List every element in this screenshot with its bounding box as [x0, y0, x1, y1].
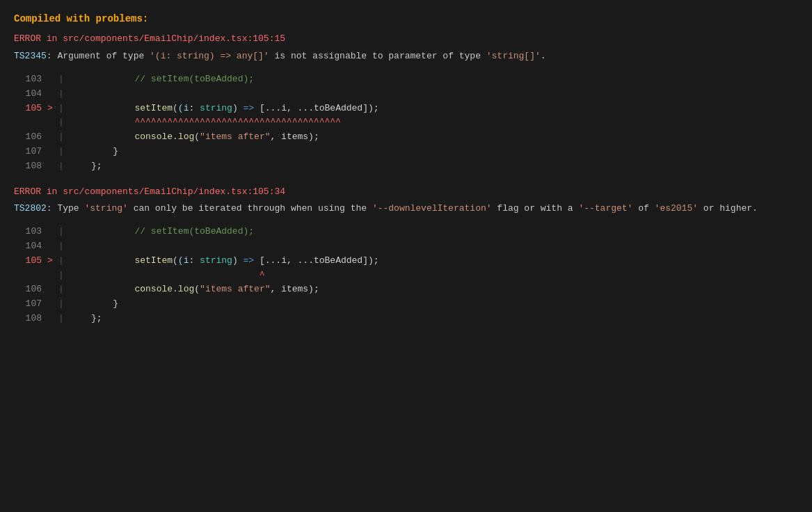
- error-1-message: TS2345: Argument of type '(i: string) =>…: [14, 49, 798, 64]
- error-2-message: TS2802: Type 'string' can only be iterat…: [14, 202, 798, 216]
- error-1-file: ERROR in src/components/EmailChip/index.…: [14, 32, 798, 47]
- error-2-section: ERROR in src/components/EmailChip/index.…: [14, 185, 798, 326]
- error-1-code: 103 | // setItem(toBeAdded); 104 | 105 >…: [14, 72, 798, 174]
- error-2-file: ERROR in src/components/EmailChip/index.…: [14, 185, 798, 200]
- error-2-code: 103 | // setItem(toBeAdded); 104 | 105 >…: [14, 225, 798, 326]
- error-overlay: Compiled with problems: ERROR in src/com…: [0, 0, 812, 512]
- compiled-problems-header: Compiled with problems:: [14, 11, 798, 26]
